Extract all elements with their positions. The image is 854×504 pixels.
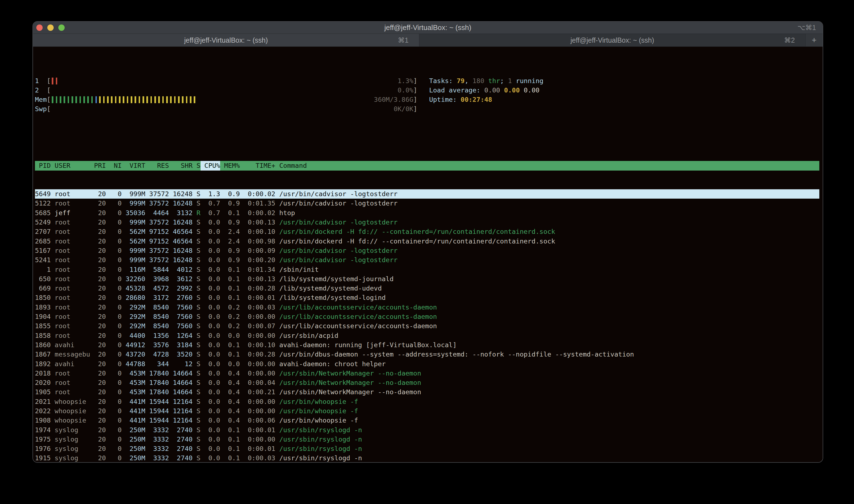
- column-header-shr[interactable]: SHR: [169, 161, 193, 170]
- cell-state: S: [193, 284, 201, 293]
- column-header-cpu[interactable]: CPU%: [201, 161, 220, 170]
- cell-ni: 0: [106, 303, 122, 312]
- column-header-pri[interactable]: PRI: [90, 161, 106, 170]
- process-row-1860[interactable]: 1860avahi2004491235763184S0.00.10:00.10a…: [35, 340, 819, 350]
- cell-mem: 0.4: [220, 368, 240, 378]
- process-row-1892[interactable]: 1892avahi2004478834412S0.00.00:00.00avah…: [35, 359, 819, 368]
- cell-res: 97152: [145, 237, 169, 246]
- cell-cpu: 0.0: [201, 444, 220, 453]
- cell-user: messagebu: [51, 350, 90, 359]
- cell-cpu: 1.3: [201, 189, 220, 199]
- cell-user: root: [51, 237, 90, 246]
- process-table-header: PIDUSERPRINIVIRTRESSHRSCPU%MEM%TIME+Comm…: [35, 161, 819, 170]
- cell-pid: 1915: [35, 453, 51, 463]
- process-row-1908[interactable]: 1908whoopsie200441M1594412164S0.00.40:00…: [35, 416, 819, 425]
- cell-state: S: [193, 444, 201, 453]
- cell-mem: 0.0: [220, 331, 240, 340]
- process-row-2022[interactable]: 2022whoopsie200441M1594412164S0.00.40:00…: [35, 406, 819, 416]
- process-row-2685[interactable]: 2685root200562M9715246564S0.02.40:00.98/…: [35, 237, 819, 246]
- column-header-time[interactable]: TIME+: [240, 161, 275, 170]
- meter-cpu1: 1[1.3%]Tasks: 79, 180 thr; 1 running: [35, 76, 819, 86]
- column-header-virt[interactable]: VIRT: [122, 161, 145, 170]
- column-header-mem[interactable]: MEM%: [220, 161, 240, 170]
- cell-time: 0:00.07: [240, 321, 275, 331]
- process-row-5649[interactable]: 5649root200999M3757216248S1.30.90:00.02/…: [35, 189, 819, 199]
- cell-command: /usr/bin/whoopsie -f: [275, 406, 819, 416]
- cell-pri: 20: [90, 435, 106, 444]
- process-row-1855[interactable]: 1855root200292M85407560S0.00.20:00.07/us…: [35, 321, 819, 331]
- process-row-1915[interactable]: 1915syslog200250M33322740S0.00.10:00.03/…: [35, 453, 819, 463]
- cell-ni: 0: [106, 321, 122, 331]
- process-row-1976[interactable]: 1976syslog200250M33322740S0.00.10:00.01/…: [35, 444, 819, 453]
- cell-pri: 20: [90, 378, 106, 388]
- cell-mem: 0.1: [220, 274, 240, 284]
- process-row-1[interactable]: 1root200116M58444012S0.00.10:01.34/sbin/…: [35, 265, 819, 274]
- process-row-5241[interactable]: 5241root200999M3757216248S0.00.90:00.20/…: [35, 255, 819, 265]
- title-bar[interactable]: jeff@jeff-VirtualBox: ~ (ssh) ⌥⌘1: [33, 22, 823, 34]
- column-header-s[interactable]: S: [193, 161, 201, 170]
- cell-time: 0:00.00: [240, 397, 275, 406]
- cell-cpu: 0.0: [201, 218, 220, 227]
- new-tab-button[interactable]: +: [805, 34, 823, 47]
- process-row-1974[interactable]: 1974syslog200250M33322740S0.00.10:00.01/…: [35, 425, 819, 435]
- cell-user: root: [51, 189, 90, 199]
- column-header-user[interactable]: USER: [51, 161, 90, 170]
- process-row-1893[interactable]: 1893root200292M85407560S0.00.20:00.03/us…: [35, 303, 819, 312]
- column-header-res[interactable]: RES: [145, 161, 169, 170]
- cell-time: 0:00.00: [240, 406, 275, 416]
- cell-res: 344: [145, 359, 169, 368]
- cell-cpu: 0.0: [201, 340, 220, 350]
- process-row-2018[interactable]: 2018root200453M1784014664S0.00.40:00.00/…: [35, 368, 819, 378]
- stat-segment: Load average:: [429, 86, 485, 94]
- cell-cpu: 0.0: [201, 246, 220, 255]
- cell-state: S: [193, 199, 201, 208]
- cell-state: S: [193, 359, 201, 368]
- terminal-screen[interactable]: 1[1.3%]Tasks: 79, 180 thr; 1 running2[0.…: [33, 47, 823, 462]
- cell-virt: 999M: [122, 218, 145, 227]
- process-row-2707[interactable]: 2707root200562M9715246564S0.02.40:00.10/…: [35, 227, 819, 236]
- process-row-1905[interactable]: 1905root200453M1784014664S0.00.40:00.21/…: [35, 388, 819, 397]
- cell-mem: 0.2: [220, 303, 240, 312]
- cell-mem: 0.1: [220, 208, 240, 218]
- cell-pri: 20: [90, 284, 106, 293]
- process-row-2021[interactable]: 2021whoopsie200441M1594412164S0.00.40:00…: [35, 397, 819, 406]
- cell-shr: 2740: [169, 453, 193, 463]
- process-row-5167[interactable]: 5167root200999M3757216248S0.00.90:00.09/…: [35, 246, 819, 255]
- cell-cpu: 0.0: [201, 406, 220, 416]
- cell-pri: 20: [90, 274, 106, 284]
- cell-command: /usr/bin/dockerd -H fd:// --containerd=/…: [275, 227, 819, 236]
- close-button[interactable]: [36, 24, 43, 31]
- process-row-2020[interactable]: 2020root200453M1784014664S0.00.40:00.04/…: [35, 378, 819, 388]
- cell-user: jeff: [51, 208, 90, 218]
- minimize-button[interactable]: [47, 24, 54, 31]
- process-row-1850[interactable]: 1850root2002868031722760S0.00.10:00.01/l…: [35, 293, 819, 302]
- process-row-5249[interactable]: 5249root200999M3757216248S0.00.90:00.13/…: [35, 218, 819, 227]
- process-row-1858[interactable]: 1858root200440013561264S0.00.00:00.00/us…: [35, 331, 819, 340]
- tab-2[interactable]: jeff@jeff-VirtualBox: ~ (ssh) ⌘2: [419, 34, 805, 47]
- process-row-1904[interactable]: 1904root200292M85407560S0.00.20:00.00/us…: [35, 312, 819, 321]
- cell-user: root: [51, 246, 90, 255]
- cell-user: whoopsie: [51, 397, 90, 406]
- cell-cpu: 0.0: [201, 378, 220, 388]
- cell-user: root: [51, 255, 90, 265]
- cell-state: S: [193, 218, 201, 227]
- cell-command: /usr/sbin/NetworkManager --no-daemon: [275, 378, 819, 388]
- cell-virt: 453M: [122, 378, 145, 388]
- process-row-5122[interactable]: 5122root200999M3757216248S0.70.90:01.35/…: [35, 199, 819, 208]
- process-row-669[interactable]: 669root2004532845722992S0.00.10:00.28/li…: [35, 284, 819, 293]
- cell-shr: 3132: [169, 208, 193, 218]
- tab-1[interactable]: jeff@jeff-VirtualBox: ~ (ssh) ⌘1: [33, 34, 419, 47]
- process-row-1867[interactable]: 1867messagebu2004372047283520S0.00.10:00…: [35, 350, 819, 359]
- column-header-command[interactable]: Command: [275, 161, 819, 170]
- process-row-1975[interactable]: 1975syslog200250M33322740S0.00.10:00.00/…: [35, 435, 819, 444]
- cell-user: syslog: [51, 453, 90, 463]
- column-header-ni[interactable]: NI: [106, 161, 122, 170]
- column-header-pid[interactable]: PID: [35, 161, 51, 170]
- cell-shr: 2992: [169, 284, 193, 293]
- cell-state: S: [193, 453, 201, 463]
- zoom-button[interactable]: [58, 24, 65, 31]
- cell-cpu: 0.0: [201, 312, 220, 321]
- process-row-5685[interactable]: 5685jeff2003503644643132R0.70.10:00.02ht…: [35, 208, 819, 218]
- stat-load-average: Load average: 0.00 0.00 0.00: [429, 86, 540, 95]
- process-row-650[interactable]: 650root2003226039683612S0.00.10:00.13/li…: [35, 274, 819, 284]
